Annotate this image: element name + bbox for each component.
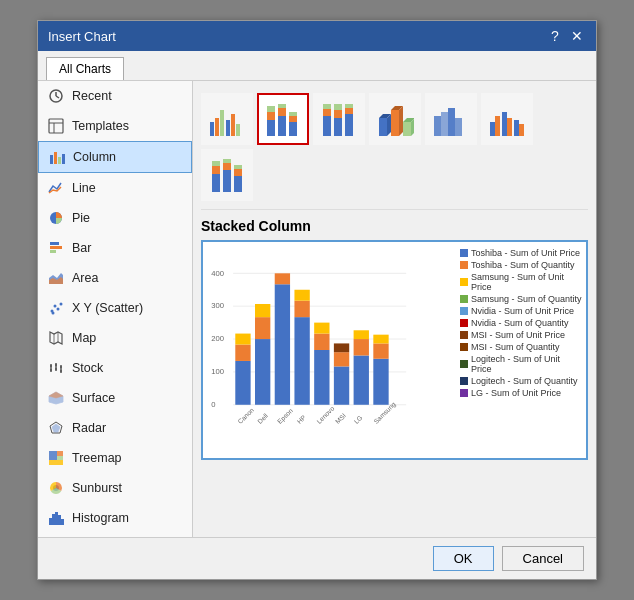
svg-rect-67 [220, 110, 224, 136]
legend-item: Toshiba - Sum of Unit Price [460, 248, 582, 258]
svg-rect-113 [223, 159, 231, 163]
chart-type-100-stacked-column[interactable] [313, 93, 365, 145]
chart-legend: Toshiba - Sum of Unit PriceToshiba - Sum… [456, 242, 586, 458]
svg-rect-134 [275, 273, 290, 284]
legend-label: Nvidia - Sum of Quantity [471, 318, 569, 328]
svg-text:MSI: MSI [334, 412, 347, 425]
sidebar-item-label: Radar [72, 421, 106, 435]
tab-row: All Charts [38, 51, 596, 81]
svg-rect-92 [391, 110, 399, 136]
line-icon [46, 178, 66, 198]
svg-rect-146 [354, 330, 369, 339]
chart-type-3d-stacked[interactable] [201, 149, 253, 201]
svg-text:Dell: Dell [256, 412, 269, 425]
sidebar-item-label: Treemap [72, 451, 122, 465]
svg-point-18 [57, 308, 60, 311]
svg-rect-143 [334, 343, 349, 352]
svg-rect-41 [49, 518, 52, 525]
svg-rect-138 [314, 350, 329, 405]
chart-icons-row [201, 89, 588, 210]
cancel-button[interactable]: Cancel [502, 546, 584, 571]
svg-rect-73 [267, 106, 275, 112]
legend-item: Logitech - Sum of Quantity [460, 376, 582, 386]
svg-rect-144 [354, 355, 369, 404]
svg-marker-35 [52, 424, 60, 432]
legend-label: Samsung - Sum of Quantity [471, 294, 582, 304]
svg-point-17 [54, 305, 57, 308]
sunburst-icon [46, 478, 66, 498]
svg-rect-44 [58, 515, 61, 525]
svg-rect-72 [267, 112, 275, 120]
svg-rect-142 [334, 352, 349, 366]
svg-point-20 [52, 312, 55, 315]
sidebar-item-area[interactable]: Area [38, 263, 192, 293]
svg-rect-106 [514, 120, 519, 136]
sidebar-item-column[interactable]: Column [38, 141, 192, 173]
sidebar-item-pie[interactable]: Pie [38, 203, 192, 233]
stock-icon [46, 358, 66, 378]
svg-rect-78 [289, 116, 297, 122]
svg-rect-129 [235, 334, 250, 345]
sidebar-item-recent[interactable]: Recent [38, 81, 192, 111]
chart-type-3d-column-2[interactable] [425, 93, 477, 145]
chart-preview-label: Stacked Column [201, 218, 588, 234]
legend-color [460, 249, 468, 257]
svg-rect-69 [231, 114, 235, 136]
sidebar-item-stock[interactable]: Stock [38, 353, 192, 383]
title-bar-buttons: ? ✕ [546, 27, 586, 45]
clock-icon [46, 86, 66, 106]
svg-text:LG: LG [353, 414, 364, 425]
svg-rect-102 [490, 122, 495, 136]
svg-text:Canon: Canon [236, 406, 255, 425]
legend-label: Toshiba - Sum of Unit Price [471, 248, 580, 258]
sidebar-item-histogram[interactable]: Histogram [38, 503, 192, 533]
svg-rect-147 [373, 359, 388, 405]
svg-rect-131 [255, 317, 270, 339]
legend-label: Logitech - Sum of Quantity [471, 376, 578, 386]
chart-type-3d-clustered[interactable] [481, 93, 533, 145]
sidebar-item-map[interactable]: Map [38, 323, 192, 353]
svg-text:300: 300 [211, 301, 224, 310]
sidebar-item-label: Histogram [72, 511, 129, 525]
close-button[interactable]: ✕ [568, 27, 586, 45]
sidebar-item-label: Area [72, 271, 98, 285]
svg-text:100: 100 [211, 367, 224, 376]
svg-text:Lenovo: Lenovo [315, 405, 335, 425]
svg-rect-37 [57, 451, 63, 456]
sidebar-item-bar[interactable]: Bar [38, 233, 192, 263]
svg-rect-108 [212, 174, 220, 192]
chart-type-stacked-column[interactable] [257, 93, 309, 145]
chart-type-3d-column[interactable] [369, 93, 421, 145]
help-button[interactable]: ? [546, 27, 564, 45]
legend-color [460, 331, 468, 339]
svg-rect-137 [294, 290, 309, 301]
ok-button[interactable]: OK [433, 546, 494, 571]
legend-label: LG - Sum of Unit Price [471, 388, 561, 398]
svg-rect-99 [441, 112, 448, 136]
chart-type-clustered-column[interactable] [201, 93, 253, 145]
svg-rect-9 [62, 154, 65, 164]
sidebar-item-scatter[interactable]: X Y (Scatter) [38, 293, 192, 323]
sidebar-item-label: Map [72, 331, 96, 345]
svg-rect-89 [379, 118, 387, 136]
sidebar-item-sunburst[interactable]: Sunburst [38, 473, 192, 503]
svg-rect-127 [235, 361, 250, 405]
sidebar-item-surface[interactable]: Surface [38, 383, 192, 413]
sidebar-item-label: Line [72, 181, 96, 195]
sidebar-item-treemap[interactable]: Treemap [38, 443, 192, 473]
legend-color [460, 377, 468, 385]
svg-rect-82 [323, 104, 331, 109]
legend-item: Samsung - Sum of Unit Price [460, 272, 582, 292]
svg-rect-149 [373, 335, 388, 344]
svg-rect-101 [455, 118, 462, 136]
svg-rect-107 [519, 124, 524, 136]
sidebar-item-label: Sunburst [72, 481, 122, 495]
all-charts-tab[interactable]: All Charts [46, 57, 124, 80]
sidebar-item-radar[interactable]: Radar [38, 413, 192, 443]
legend-item: MSI - Sum of Unit Price [460, 330, 582, 340]
svg-rect-74 [278, 116, 286, 136]
sidebar-item-label: X Y (Scatter) [72, 301, 143, 315]
sidebar-item-line[interactable]: Line [38, 173, 192, 203]
svg-rect-45 [61, 519, 64, 525]
sidebar-item-templates[interactable]: Templates [38, 111, 192, 141]
